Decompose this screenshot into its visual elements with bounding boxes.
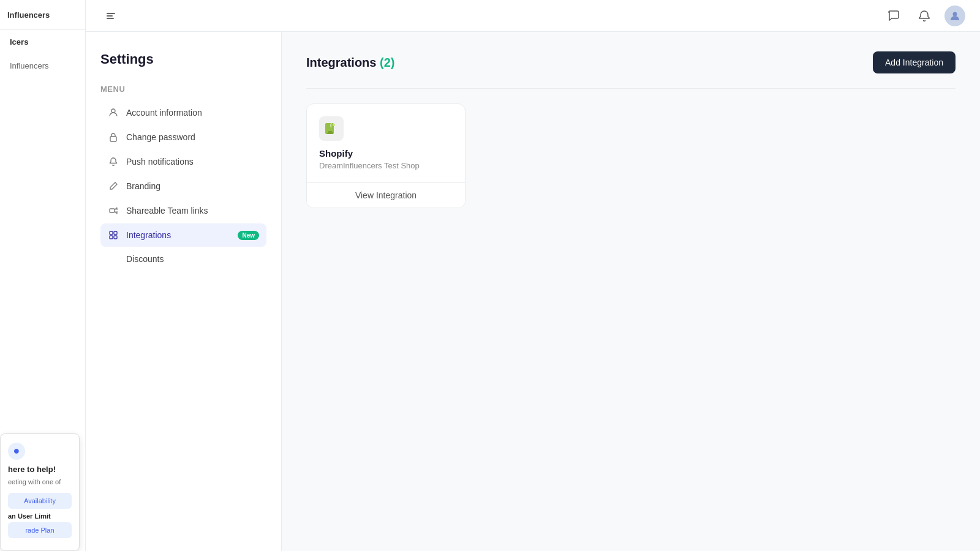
help-card-title: here to help! (8, 465, 72, 474)
topbar-right (883, 6, 965, 26)
header-divider (306, 88, 956, 89)
plan-limit-label: an User Limit (8, 512, 72, 520)
add-integration-button[interactable]: Add Integration (873, 51, 956, 73)
integrations-header: Integrations (2) Add Integration (306, 51, 956, 73)
svg-rect-2 (107, 18, 114, 19)
avatar[interactable] (944, 6, 965, 26)
help-card-desc: eeting with one of (8, 478, 72, 487)
menu-item-label: Shareable Team links (126, 206, 208, 216)
menu-item-label: Change password (126, 132, 195, 142)
grid-icon (108, 230, 119, 241)
menu-item-change-password[interactable]: Change password (100, 126, 266, 149)
integration-cards-container: Shopify DreamInfluencers Test Shop View … (306, 103, 956, 208)
svg-point-12 (333, 124, 335, 126)
bell-small-icon (108, 156, 119, 167)
svg-rect-6 (110, 209, 115, 212)
integrations-content: Integrations (2) Add Integration (282, 32, 980, 551)
menu-item-label: Push notifications (126, 157, 194, 167)
brand-label: Influencers (7, 10, 50, 20)
svg-rect-7 (110, 231, 113, 234)
menu-item-account-info[interactable]: Account information (100, 101, 266, 124)
svg-point-3 (953, 12, 957, 16)
settings-panel: Settings Menu Account information (86, 32, 282, 551)
svg-rect-8 (114, 231, 117, 234)
pencil-icon (108, 181, 119, 192)
menu-item-shareable-links[interactable]: Shareable Team links (100, 199, 266, 222)
person-icon (108, 107, 119, 118)
svg-point-4 (111, 109, 115, 113)
menu-item-branding[interactable]: Branding (100, 174, 266, 198)
svg-rect-9 (110, 236, 113, 239)
menu-item-label: Account information (126, 108, 202, 118)
lock-icon (108, 132, 119, 143)
view-integration-button[interactable]: View Integration (307, 183, 465, 208)
topbar-left (100, 6, 121, 26)
help-icon: ● (8, 443, 25, 460)
sidebar-item-label: Influencers (10, 61, 49, 70)
sidebar-top: Influencers (0, 0, 85, 30)
integration-card-shopify: Shopify DreamInfluencers Test Shop View … (306, 103, 466, 208)
svg-rect-5 (110, 137, 116, 141)
chat-icon[interactable] (883, 6, 904, 26)
menu-item-label: Branding (126, 181, 160, 191)
upgrade-plan-button[interactable]: rade Plan (8, 522, 72, 538)
settings-title: Settings (100, 51, 266, 67)
integrations-count: (2) (380, 56, 394, 69)
svg-rect-1 (107, 15, 113, 17)
left-partial-sidebar: Influencers Icers Influencers ● here to … (0, 0, 86, 551)
shopify-logo (319, 116, 344, 141)
integration-card-footer: View Integration (307, 182, 465, 208)
menu-item-integrations[interactable]: Integrations New (100, 223, 266, 247)
menu-item-discounts[interactable]: Discounts (100, 248, 266, 270)
expand-icon[interactable] (100, 6, 121, 26)
integration-shop: DreamInfluencers Test Shop (319, 161, 453, 170)
main-area: Settings Menu Account information (86, 0, 980, 551)
menu-item-label: Discounts (126, 254, 164, 264)
help-card: ● here to help! eeting with one of Avail… (0, 433, 80, 551)
integration-card-body: Shopify DreamInfluencers Test Shop (307, 104, 465, 182)
availability-button[interactable]: Availability (8, 493, 72, 509)
share-icon (108, 205, 119, 216)
menu-item-label: Integrations (126, 230, 171, 240)
menu-item-push-notifications[interactable]: Push notifications (100, 150, 266, 173)
svg-rect-10 (114, 236, 117, 239)
svg-rect-0 (107, 13, 115, 14)
integration-name: Shopify (319, 148, 453, 159)
sidebar-item-icers[interactable]: Icers (0, 30, 85, 54)
sidebar-item-influencers[interactable]: Influencers (0, 54, 85, 78)
menu-label: Menu (100, 84, 266, 94)
new-badge: New (238, 231, 259, 240)
integrations-title: Integrations (2) (306, 56, 394, 70)
content-area: Settings Menu Account information (86, 32, 980, 551)
bell-icon[interactable] (914, 6, 935, 26)
topbar (86, 0, 980, 32)
